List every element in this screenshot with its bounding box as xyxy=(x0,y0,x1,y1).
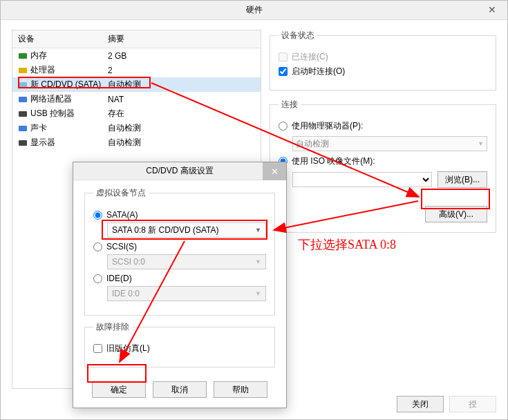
cancel-button[interactable]: 取消 xyxy=(153,381,207,398)
ide-label: IDE(D) xyxy=(106,274,132,283)
chevron-down-icon: ▼ xyxy=(255,258,261,265)
svg-rect-3 xyxy=(19,97,27,102)
use-iso-label: 使用 ISO 映像文件(M): xyxy=(292,155,375,167)
connected-checkbox[interactable] xyxy=(279,52,288,61)
device-name: 显示器 xyxy=(30,137,55,149)
cpu-icon xyxy=(18,66,28,75)
nic-icon xyxy=(18,95,28,104)
device-name: 新 CD/DVD (SATA) xyxy=(30,79,101,90)
cddvd-advanced-dialog: CD/DVD 高级设置 ✕ 虚拟设备节点 SATA(A) SATA 0:8 新 … xyxy=(73,162,287,408)
sata-radio[interactable] xyxy=(93,211,102,220)
subdialog-footer: 确定 取消 帮助 xyxy=(73,381,286,408)
device-row-memory[interactable]: 内存2 GB xyxy=(12,48,261,63)
device-summary: 自动检测 xyxy=(108,122,255,134)
svg-rect-5 xyxy=(19,126,27,131)
device-name: 声卡 xyxy=(30,122,47,134)
help-button[interactable]: 帮助 xyxy=(214,381,267,398)
connection-legend: 连接 xyxy=(279,99,301,111)
device-name: USB 控制器 xyxy=(30,108,75,120)
virtual-node-group: 虚拟设备节点 SATA(A) SATA 0:8 新 CD/DVD (SATA) … xyxy=(84,187,275,316)
connected-checkbox-row[interactable]: 已连接(C) xyxy=(279,51,487,63)
advanced-button[interactable]: 高级(V)... xyxy=(425,206,487,222)
device-summary: 自动检测 xyxy=(108,79,255,90)
sata-select[interactable]: SATA 0:8 新 CD/DVD (SATA) ▼ xyxy=(107,222,266,238)
legacy-checkbox[interactable] xyxy=(93,344,102,353)
cddvd-icon xyxy=(18,80,28,90)
iso-path-select[interactable] xyxy=(292,172,432,187)
connected-label: 已连接(C) xyxy=(292,51,328,63)
device-row-cddvd[interactable]: 新 CD/DVD (SATA)自动检测 xyxy=(12,77,261,92)
svg-rect-1 xyxy=(19,68,27,73)
settings-panel: 设备状态 已连接(C) 启动时连接(O) 连接 使用物理驱动器(P): 自动检测… xyxy=(270,30,496,390)
dialog-footer: 关闭 授 xyxy=(397,396,496,412)
use-iso-row[interactable]: 使用 ISO 映像文件(M): xyxy=(279,155,487,167)
connect-on-boot-row[interactable]: 启动时连接(O) xyxy=(279,66,487,77)
window-title: 硬件 xyxy=(246,4,263,16)
device-summary: NAT xyxy=(108,95,255,104)
sound-icon xyxy=(18,124,28,133)
subdialog-title: CD/DVD 高级设置 xyxy=(146,165,213,177)
connect-on-boot-checkbox[interactable] xyxy=(279,67,288,76)
scsi-radio[interactable] xyxy=(93,242,102,251)
help-button-partial[interactable]: 授 xyxy=(449,396,496,412)
ide-select[interactable]: IDE 0:0 ▼ xyxy=(107,286,266,301)
device-name: 网络适配器 xyxy=(30,93,72,105)
ide-radio[interactable] xyxy=(93,274,102,283)
use-physical-row[interactable]: 使用物理驱动器(P): xyxy=(279,120,487,132)
connect-on-boot-label: 启动时连接(O) xyxy=(292,66,345,77)
device-summary: 2 GB xyxy=(108,51,255,61)
chevron-down-icon: ▼ xyxy=(478,140,484,147)
use-physical-label: 使用物理驱动器(P): xyxy=(292,120,363,132)
svg-rect-2 xyxy=(19,82,27,88)
usb-icon xyxy=(18,109,28,119)
sata-value: SATA 0:8 新 CD/DVD (SATA) xyxy=(112,225,218,236)
physical-drive-value: 自动检测 xyxy=(296,138,329,150)
svg-rect-6 xyxy=(19,140,27,146)
scsi-value: SCSI 0:0 xyxy=(112,257,145,267)
device-row-display[interactable]: 显示器自动检测 xyxy=(12,135,261,150)
device-summary: 存在 xyxy=(108,108,255,120)
device-summary: 自动检测 xyxy=(108,137,255,149)
browse-button[interactable]: 浏览(B)... xyxy=(438,171,487,188)
close-button[interactable]: 关闭 xyxy=(397,396,444,412)
subdialog-close-button[interactable]: ✕ xyxy=(263,162,286,180)
annotation-text: 下拉选择SATA 0:8 xyxy=(298,236,396,253)
physical-drive-select[interactable]: 自动检测 ▼ xyxy=(292,136,487,151)
svg-rect-0 xyxy=(19,53,27,59)
use-physical-radio[interactable] xyxy=(279,122,288,131)
chevron-down-icon: ▼ xyxy=(255,290,261,297)
legacy-row[interactable]: 旧版仿真(L) xyxy=(93,343,266,354)
device-summary: 2 xyxy=(108,66,255,75)
device-row-usb[interactable]: USB 控制器存在 xyxy=(12,106,261,121)
device-rows: 内存2 GB处理器2新 CD/DVD (SATA)自动检测网络适配器NATUSB… xyxy=(12,48,261,150)
device-row-cpu[interactable]: 处理器2 xyxy=(12,63,261,77)
chevron-down-icon: ▼ xyxy=(255,227,261,233)
device-status-group: 设备状态 已连接(C) 启动时连接(O) xyxy=(270,30,496,90)
subdialog-body: 虚拟设备节点 SATA(A) SATA 0:8 新 CD/DVD (SATA) … xyxy=(73,180,286,381)
window-close-button[interactable]: ✕ xyxy=(478,2,506,17)
summary-col-header: 摘要 xyxy=(108,33,255,45)
troubleshoot-legend: 故障排除 xyxy=(93,321,132,333)
connection-group: 连接 使用物理驱动器(P): 自动检测 ▼ 使用 ISO 映像文件(M): 浏览… xyxy=(270,99,496,233)
scsi-radio-row[interactable]: SCSI(S) xyxy=(93,242,266,251)
close-icon: ✕ xyxy=(271,166,279,177)
device-col-header: 设备 xyxy=(18,33,108,45)
display-icon xyxy=(18,138,28,148)
scsi-select[interactable]: SCSI 0:0 ▼ xyxy=(107,254,266,269)
title-bar: 硬件 ✕ xyxy=(1,1,507,20)
legacy-label: 旧版仿真(L) xyxy=(106,343,150,354)
sata-radio-row[interactable]: SATA(A) xyxy=(93,210,266,220)
svg-rect-4 xyxy=(19,111,27,117)
ide-radio-row[interactable]: IDE(D) xyxy=(93,274,266,283)
device-table-header: 设备 摘要 xyxy=(12,30,261,48)
device-status-legend: 设备状态 xyxy=(279,30,317,41)
memory-icon xyxy=(18,51,28,61)
troubleshoot-group: 故障排除 旧版仿真(L) xyxy=(84,321,275,368)
close-icon: ✕ xyxy=(488,4,496,15)
sata-label: SATA(A) xyxy=(106,210,138,220)
ok-button[interactable]: 确定 xyxy=(92,381,146,398)
device-name: 处理器 xyxy=(30,64,55,76)
device-row-sound[interactable]: 声卡自动检测 xyxy=(12,121,261,135)
device-name: 内存 xyxy=(30,50,47,61)
device-row-nic[interactable]: 网络适配器NAT xyxy=(12,92,261,106)
